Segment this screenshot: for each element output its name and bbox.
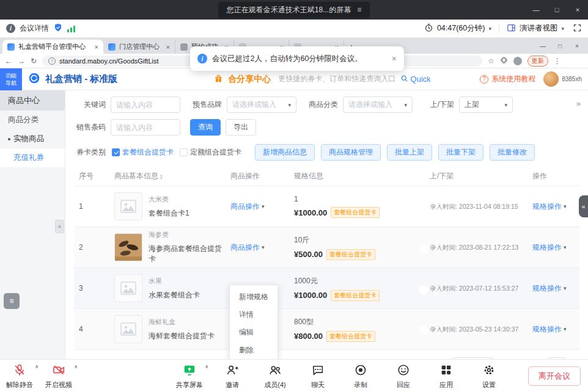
view-mode-label[interactable]: 演讲者视图 xyxy=(520,23,558,34)
shelf-select[interactable]: 上架▾ xyxy=(459,96,513,113)
timer-caret-icon[interactable]: ▾ xyxy=(488,26,491,32)
spec-price: ¥800.00 xyxy=(294,332,323,341)
toggle-knob xyxy=(419,203,428,212)
close-button[interactable]: × xyxy=(567,0,588,20)
tab-close-icon[interactable]: × xyxy=(166,43,170,51)
spec-op-dropdown[interactable]: 规格操作▾ xyxy=(532,324,567,335)
function-nav-square[interactable]: 功能导航 xyxy=(0,68,22,90)
batch-edit-button[interactable]: 批量修改 xyxy=(490,144,535,161)
reload-icon[interactable]: ↻ xyxy=(31,57,37,65)
reactions-button[interactable]: 回应 xyxy=(390,363,417,390)
spec-qty: 10斤 xyxy=(294,235,425,245)
tab-gift-admin[interactable]: 礼盒营销平台管理中心 × xyxy=(2,40,103,54)
unmute-button[interactable]: 解除静音 ∧ xyxy=(6,363,33,390)
layout-icon xyxy=(507,23,516,34)
product-info-cell: 海鲜礼盒海鲜套餐组合提货卡 xyxy=(109,315,226,343)
members-button[interactable]: 成员(4) xyxy=(262,363,288,390)
browser-minimize-button[interactable]: — xyxy=(534,43,551,49)
entry-time: 录入时间: 2023-07-12 15:53:27 xyxy=(430,285,518,292)
barcode-input[interactable] xyxy=(111,119,180,136)
browser-update-badge[interactable]: 更新 xyxy=(527,56,548,67)
col-product-info[interactable]: 商品基本信息▴▾ xyxy=(109,171,226,181)
checkbox-icon xyxy=(180,148,188,156)
apps-button[interactable]: 应用 xyxy=(433,363,460,390)
site-info-icon[interactable]: i xyxy=(48,57,56,65)
leave-meeting-button[interactable]: 离开会议 xyxy=(528,366,581,386)
sidebar-item-product-category[interactable]: 商品分类 xyxy=(0,111,65,129)
extensions-icon[interactable] xyxy=(500,56,508,66)
spec-op-dropdown[interactable]: 规格操作▾ xyxy=(532,201,567,212)
browser-menu-icon[interactable]: ⋮ xyxy=(554,57,561,65)
sidebar-item-recharge-voucher[interactable]: 充值礼券 xyxy=(0,148,65,167)
product-op-dropdown[interactable]: 商品操作▾ xyxy=(230,201,265,212)
browser-close-button[interactable]: × xyxy=(568,43,586,49)
banner-menu-icon[interactable]: ≡ xyxy=(357,5,361,14)
back-icon[interactable]: ← xyxy=(5,57,12,65)
product-op-dropdown[interactable]: 商品操作▾ xyxy=(230,242,265,253)
info-icon[interactable]: i xyxy=(6,24,15,33)
tab-close-icon[interactable]: × xyxy=(95,43,98,51)
invite-button[interactable]: 邀请 xyxy=(219,363,246,390)
share-screen-button[interactable]: 共享屏幕 ∧ xyxy=(176,363,203,390)
batch-on-shelf-button[interactable]: 批量上架 xyxy=(387,144,432,161)
settings-button[interactable]: 设置 xyxy=(476,363,502,390)
product-image-placeholder xyxy=(114,315,142,343)
keyword-input[interactable] xyxy=(111,96,180,113)
tab-store-admin[interactable]: 门店管理中心 × xyxy=(103,40,175,54)
forward-icon[interactable]: → xyxy=(18,57,25,65)
product-op-cell: 商品操作▾ xyxy=(226,242,289,253)
spec-manage-button[interactable]: 商品规格管理 xyxy=(321,144,381,161)
browser-maximize-button[interactable]: □ xyxy=(551,43,568,49)
quick-search-link[interactable]: Quick xyxy=(400,74,430,84)
card-type-tag: 套餐组合提货卡 xyxy=(331,290,380,301)
card-type-tag: 套餐组合提货卡 xyxy=(326,249,375,260)
sidebar-item-physical-goods[interactable]: 实物商品 xyxy=(0,129,65,148)
view-caret-icon[interactable]: ▾ xyxy=(561,26,564,32)
share-center-link[interactable]: 合分享中心 xyxy=(228,74,271,85)
sort-icon[interactable]: ▴▾ xyxy=(160,173,163,180)
menu-item-add-spec[interactable]: 新增规格 xyxy=(230,288,277,306)
chat-button[interactable]: 聊天 xyxy=(304,363,331,390)
video-options-caret[interactable]: ∧ xyxy=(74,364,78,369)
maximize-button[interactable]: □ xyxy=(546,0,567,20)
user-avatar[interactable] xyxy=(543,71,559,87)
fullscreen-icon[interactable] xyxy=(573,23,582,34)
bottombar-center: 共享屏幕 ∧ 邀请 成员(4) 聊天 录制 回应 应用 设置 xyxy=(176,363,502,390)
toolbar-row: 券卡类别 套餐组合提货卡 定额组合提货卡 新增商品信息 商品规格管理 批量上架 … xyxy=(65,144,588,161)
start-video-button[interactable]: 开启视频 ∧ xyxy=(45,363,72,390)
share-options-caret[interactable]: ∧ xyxy=(205,364,208,369)
brand-select[interactable]: 请选择或输入▾ xyxy=(227,96,296,113)
right-panel-handle[interactable]: « xyxy=(579,195,588,217)
minimize-button[interactable]: — xyxy=(526,0,546,20)
batch-off-shelf-button[interactable]: 批量下架 xyxy=(438,144,483,161)
filter-collapse-button[interactable]: » xyxy=(576,99,581,108)
checkbox-combo-card[interactable]: 套餐组合提货卡 xyxy=(112,147,174,158)
product-image-photo xyxy=(114,233,142,261)
quick-label: Quick xyxy=(410,74,430,84)
sidebar-section-product-center[interactable]: 商品中心 xyxy=(0,90,65,111)
search-button[interactable]: 查询 xyxy=(190,119,221,136)
export-button[interactable]: 导出 xyxy=(226,119,256,136)
sidebar-collapse-handle[interactable]: ≡ xyxy=(55,220,64,233)
meeting-details-label[interactable]: 会议详情 xyxy=(20,23,49,34)
category-select[interactable]: 请选择或输入▾ xyxy=(343,96,413,113)
menu-item-detail[interactable]: 详情 xyxy=(230,306,277,324)
spec-op-dropdown[interactable]: 规格操作▾ xyxy=(532,283,567,294)
record-button[interactable]: 录制 xyxy=(347,363,374,390)
floating-tool-button[interactable]: ≡ xyxy=(4,293,20,309)
add-product-button[interactable]: 新增商品信息 xyxy=(255,144,315,161)
browser-profile-avatar[interactable] xyxy=(513,57,522,65)
checkbox-fixed-card[interactable]: 定额组合提货卡 xyxy=(180,147,241,158)
spec-op-dropdown[interactable]: 规格操作▾ xyxy=(532,242,567,253)
toast-close-icon[interactable]: × xyxy=(392,54,397,64)
bookmark-star-icon[interactable]: ☆ xyxy=(488,57,494,65)
security-shield-icon[interactable] xyxy=(53,23,63,34)
toggle-knob xyxy=(419,285,428,294)
tutorial-link[interactable]: 系统使用教程 xyxy=(491,74,535,84)
table-row: 1 大米类套餐组合卡1 商品操作▾ 1 ¥1000.00套餐组合提货卡 上架 录… xyxy=(74,186,579,227)
menu-item-delete[interactable]: 删除 xyxy=(230,341,277,359)
entry-time: 录入时间: 2023-08-21 17:22:13 xyxy=(430,244,518,251)
chevron-down-icon: ▾ xyxy=(564,285,567,291)
mic-options-caret[interactable]: ∧ xyxy=(35,364,39,369)
menu-item-edit[interactable]: 编辑 xyxy=(230,324,277,341)
